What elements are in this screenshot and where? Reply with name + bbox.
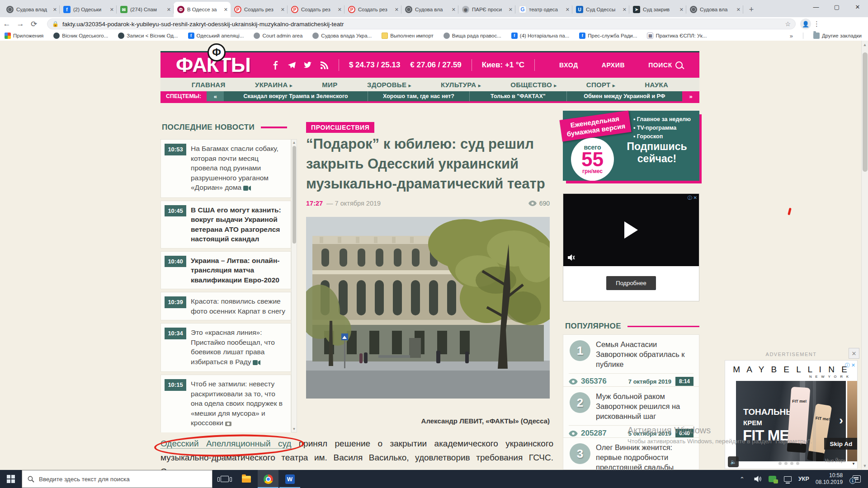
video-ad-screen[interactable]: ⓘ ✕ bbox=[563, 194, 699, 266]
rss-icon[interactable] bbox=[320, 61, 329, 70]
tab-sud-odessy[interactable]: UСуд Одессы✕ bbox=[572, 2, 629, 17]
network-tray-icon[interactable] bbox=[784, 470, 792, 488]
spec-topic-horosho[interactable]: Хорошо там, где нас нет? bbox=[368, 91, 470, 101]
volume-icon[interactable] bbox=[754, 470, 762, 488]
carousel-dots[interactable] bbox=[778, 462, 799, 465]
scroll-up-icon[interactable]: ▲ bbox=[292, 141, 297, 145]
spec-prev-button[interactable]: « bbox=[207, 91, 224, 101]
minimize-button[interactable]: — bbox=[806, 0, 826, 14]
other-bookmarks[interactable]: Другие закладки bbox=[813, 33, 862, 39]
twitter-icon[interactable] bbox=[304, 61, 312, 70]
tab-close-icon[interactable]: ✕ bbox=[338, 7, 342, 13]
adchoices-icon[interactable]: ⓘ ✕ bbox=[845, 362, 855, 369]
chrome-button[interactable] bbox=[258, 470, 278, 488]
maximize-button[interactable]: ▢ bbox=[826, 0, 847, 14]
spec-next-button[interactable]: » bbox=[682, 91, 699, 101]
subscribe-widget[interactable]: Еженедельная бумажная версия Главное за … bbox=[563, 111, 699, 181]
tab-pace[interactable]: ◉ПАРЄ проси✕ bbox=[458, 2, 515, 17]
archive-link[interactable]: АРХИВ bbox=[602, 61, 625, 69]
messaging-tray-icon[interactable] bbox=[769, 470, 776, 488]
clock[interactable]: 10:5808.10.2019 bbox=[816, 470, 850, 488]
url-text[interactable]: fakty.ua/320354-podarok-k-yubileyu-sud-r… bbox=[62, 21, 781, 28]
spec-topic-obmen[interactable]: Обмен между Украиной и РФ bbox=[567, 91, 682, 101]
scroll-down-icon[interactable]: ▼ bbox=[292, 427, 297, 431]
news-item[interactable]: 10:34 Это «красная линия»: Пристайко поо… bbox=[160, 323, 291, 372]
tab-close-icon[interactable]: ✕ bbox=[566, 7, 570, 13]
video-ad-more-button[interactable]: Подробнее bbox=[606, 276, 656, 290]
article-category-badge[interactable]: ПРОИСШЕСТВИЯ bbox=[306, 122, 374, 133]
tab-google-search[interactable]: Gтеатр одеса✕ bbox=[515, 2, 572, 17]
nav-ukraina[interactable]: УКРАИНА ▸ bbox=[255, 81, 292, 89]
news-item[interactable]: 10:15 Чтоб не затмили: невесту раскритик… bbox=[160, 375, 291, 432]
scrollbar-thumb[interactable] bbox=[863, 52, 868, 172]
news-item[interactable]: 10:39 Красота: появились свежие фото осе… bbox=[160, 292, 291, 320]
tab-sudova-vlada-3[interactable]: Судова вла✕ bbox=[686, 2, 743, 17]
news-list-scrollbar[interactable]: ▲ ▼ bbox=[291, 139, 297, 432]
nav-zdorovye[interactable]: ЗДОРОВЬЕ ▸ bbox=[367, 81, 411, 89]
nav-obshchestvo[interactable]: ОБЩЕСТВО ▸ bbox=[510, 81, 557, 89]
bookmark-notarialna[interactable]: f(4) Нотаріальна па... bbox=[511, 33, 569, 39]
adchoices-icon[interactable]: ⓘ ✕ bbox=[688, 195, 697, 201]
spec-topic-trump[interactable]: Скандал вокруг Трампа и Зеленского bbox=[224, 91, 368, 101]
tab-close-icon[interactable]: ✕ bbox=[736, 7, 741, 13]
tab-spam[interactable]: ✉(274) Спам✕ bbox=[117, 2, 174, 17]
word-button[interactable]: W bbox=[279, 470, 300, 488]
bookmark-vyshcha-rada[interactable]: Вища рада правос... bbox=[443, 33, 501, 39]
task-view-button[interactable] bbox=[214, 470, 235, 488]
tab-close-icon[interactable]: ✕ bbox=[167, 7, 171, 13]
language-indicator[interactable]: УКР bbox=[798, 470, 809, 488]
browser-menu-icon[interactable]: ⋮ bbox=[811, 20, 823, 28]
news-item[interactable]: 10:40 Украина – Литва: онлайн-трансляция… bbox=[160, 251, 291, 290]
tab-facebook[interactable]: f(2) Одеськи✕ bbox=[60, 2, 117, 17]
tab-fakty-active[interactable]: ФВ Одессе за✕ bbox=[174, 2, 231, 17]
tab-close-icon[interactable]: ✕ bbox=[452, 7, 456, 13]
tab-close-icon[interactable]: ✕ bbox=[110, 7, 114, 13]
popular-item-2[interactable]: 2 Муж больной раком Заворотнюк решился н… bbox=[563, 386, 699, 441]
nav-kultura[interactable]: КУЛЬТУРА ▸ bbox=[441, 81, 481, 89]
start-button[interactable] bbox=[0, 470, 22, 488]
facebook-icon[interactable] bbox=[271, 61, 280, 70]
bookmark-star-icon[interactable]: ☆ bbox=[785, 20, 791, 28]
spec-topic-fakty[interactable]: Только в "ФАКТАХ" bbox=[470, 91, 567, 101]
tab-sudova-vlada-1[interactable]: Судова влад✕ bbox=[3, 2, 60, 17]
taskbar-search[interactable]: Введите здесь текст для поиска bbox=[22, 470, 212, 488]
tab-close-icon[interactable]: ✕ bbox=[224, 7, 228, 13]
bookmark-zapysy[interactable]: Записи < Вісник Од... bbox=[118, 33, 178, 39]
bookmark-sudova-vlada[interactable]: Судова влада Укра... bbox=[312, 33, 372, 39]
news-item[interactable]: 10:45 В США его могут казнить: вокруг вы… bbox=[160, 201, 291, 249]
ad-mute-button[interactable]: 🔈 bbox=[728, 456, 739, 467]
close-window-button[interactable]: ✕ bbox=[847, 0, 868, 14]
profile-avatar[interactable]: 👤 bbox=[800, 19, 811, 29]
subscribe-cta[interactable]: Подпишись сейчас! bbox=[617, 141, 697, 165]
tab-sudova-vlada-2[interactable]: Судова вла✕ bbox=[401, 2, 458, 17]
bookmark-espl[interactable]: ▤Практика ЄСПЛ: Ук... bbox=[647, 33, 707, 39]
scroll-up-icon[interactable]: ▲ bbox=[862, 42, 868, 47]
tab-close-icon[interactable]: ✕ bbox=[509, 7, 513, 13]
news-item[interactable]: 10:53 На Багамах спасли собаку, которая … bbox=[160, 139, 291, 198]
popular-item-3[interactable]: 3 Олег Винник женится: первые подробност… bbox=[563, 437, 699, 470]
tab-close-icon[interactable]: ✕ bbox=[623, 7, 627, 13]
nav-glavnaya[interactable]: ГЛАВНАЯ bbox=[192, 81, 226, 89]
tab-close-icon[interactable]: ✕ bbox=[53, 7, 57, 13]
forward-icon[interactable]: → bbox=[14, 19, 27, 28]
scrollbar-thumb[interactable] bbox=[292, 146, 296, 244]
scroll-down-icon[interactable]: ▼ bbox=[862, 464, 868, 468]
nav-nauka[interactable]: НАУКА bbox=[645, 81, 668, 89]
bookmarks-overflow-icon[interactable]: » bbox=[790, 33, 793, 39]
file-explorer-button[interactable] bbox=[236, 470, 257, 488]
popular-item-1[interactable]: 1 Семья Анастасии Заворотнюк обратилась … bbox=[563, 334, 699, 389]
address-bar[interactable]: 🔒 fakty.ua/320354-podarok-k-yubileyu-sud… bbox=[47, 19, 796, 29]
tab-close-icon[interactable]: ✕ bbox=[679, 7, 684, 13]
tab-sud-zakryv[interactable]: ➤Суд закрив✕ bbox=[629, 2, 686, 17]
play-icon[interactable] bbox=[624, 221, 638, 239]
back-icon[interactable]: ← bbox=[0, 19, 14, 28]
video-ad[interactable]: ⓘ ✕ Подробнее bbox=[563, 193, 699, 301]
tray-chevron[interactable]: ⌃ bbox=[740, 470, 745, 488]
tab-create-resume-3[interactable]: PСоздать рез✕ bbox=[344, 2, 401, 17]
maybelline-ad[interactable]: ⓘ ✕ M A Y B E L L I N E N E W Y O R K ТО… bbox=[725, 360, 858, 469]
bookmark-press-sluzhba[interactable]: fПрес-служба Ради... bbox=[579, 33, 637, 39]
search-link[interactable]: ПОИСК bbox=[648, 61, 683, 69]
reload-icon[interactable]: ⟳ bbox=[27, 19, 41, 29]
login-link[interactable]: ВХОД bbox=[559, 61, 578, 69]
nav-sport[interactable]: СПОРТ ▸ bbox=[586, 81, 615, 89]
